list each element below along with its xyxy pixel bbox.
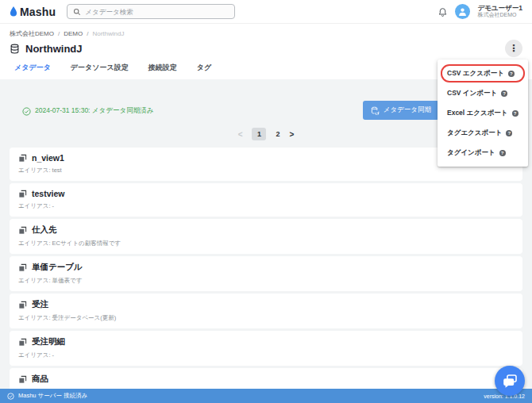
- database-sync-icon: [371, 106, 380, 115]
- breadcrumb: 株式会社DEMO / DEMO / NorthwindJ: [0, 24, 532, 39]
- menu-item-tag-import[interactable]: タグインポート ?: [438, 143, 528, 163]
- table-alias: エイリアス: 単価表です: [18, 277, 514, 285]
- server-status-text: Mashu サーバー 接続済み: [18, 392, 87, 400]
- app-logo-text: Mashu: [20, 6, 56, 18]
- help-icon[interactable]: ?: [506, 130, 512, 136]
- more-options-button[interactable]: ⋮: [505, 40, 522, 57]
- tab-tags[interactable]: タグ: [197, 63, 211, 73]
- metadata-sync-button[interactable]: メタデータ同期: [363, 101, 439, 120]
- user-organization: 株式会社DEMO: [477, 12, 522, 19]
- menu-item-tag-export[interactable]: タグエクスポート ?: [438, 123, 528, 143]
- menu-item-label: タグインポート: [447, 148, 495, 158]
- breadcrumb-separator: /: [58, 30, 60, 37]
- table-icon: [18, 226, 27, 235]
- breadcrumb-item-demo[interactable]: DEMO: [64, 30, 83, 37]
- tab-metadata[interactable]: メタデータ: [14, 63, 51, 73]
- table-icon: [18, 263, 27, 272]
- chat-launcher-button[interactable]: [495, 366, 525, 396]
- table-alias: エイリアス: -: [18, 202, 514, 210]
- more-options-icon: ⋮: [509, 43, 519, 54]
- table-row[interactable]: 受注 エイリアス: 受注データベース(更新): [10, 294, 522, 328]
- menu-item-label: CSV インポート: [447, 89, 497, 98]
- status-bar: Mashu サーバー 接続済み version: 1.1.0.12: [0, 389, 532, 403]
- metadata-sync-button-label: メタデータ同期: [384, 106, 431, 115]
- table-alias: エイリアス: ECサイトの顧客情報です: [18, 240, 514, 248]
- sync-status: 2024-07-31 15:30: メタデータ同期済み: [22, 106, 153, 116]
- header-right: デモユーザー1 株式会社DEMO: [438, 4, 522, 19]
- pagination-page-2[interactable]: 2: [276, 130, 279, 138]
- table-row[interactable]: 単価テーブル エイリアス: 単価表です: [10, 256, 522, 291]
- table-row[interactable]: 仕入先 エイリアス: ECサイトの顧客情報です: [10, 219, 522, 254]
- table-icon: [18, 190, 27, 198]
- check-circle-icon: [22, 107, 31, 116]
- menu-item-csv-export[interactable]: CSV エクスポート ?: [438, 63, 528, 83]
- table-row[interactable]: 受注明細 エイリアス: -: [10, 331, 522, 366]
- help-icon[interactable]: ?: [512, 110, 519, 117]
- table-name: 商品: [32, 374, 48, 385]
- breadcrumb-separator: /: [87, 30, 88, 37]
- page-title-row: NorthwindJ ⋮: [0, 39, 532, 58]
- menu-item-csv-import[interactable]: CSV インポート ?: [438, 83, 528, 103]
- menu-item-excel-export[interactable]: Excel エクスポート ?: [438, 103, 528, 123]
- app-header: Mashu デモユーザー1 株式会社DEMO: [0, 0, 532, 24]
- search-input[interactable]: [85, 8, 229, 16]
- pagination-next-icon[interactable]: >: [290, 130, 295, 139]
- pagination-prev-icon[interactable]: <: [238, 130, 243, 139]
- help-icon[interactable]: ?: [508, 71, 515, 77]
- sync-status-text: 2024-07-31 15:30: メタデータ同期済み: [35, 106, 153, 116]
- help-icon[interactable]: ?: [501, 90, 507, 97]
- pagination-page-1[interactable]: 1: [252, 128, 266, 140]
- menu-item-label: CSV エクスポート: [447, 69, 504, 79]
- breadcrumb-item-company[interactable]: 株式会社DEMO: [10, 29, 54, 38]
- table-icon: [18, 301, 27, 309]
- chat-bubbles-icon: [503, 374, 518, 389]
- table-alias: エイリアス: test: [18, 167, 514, 175]
- database-icon: [10, 44, 20, 54]
- app-logo[interactable]: Mashu: [10, 6, 56, 18]
- menu-item-label: タグエクスポート: [447, 129, 502, 138]
- user-name: デモユーザー1: [477, 4, 522, 13]
- user-avatar[interactable]: [455, 4, 470, 19]
- table-name: 仕入先: [32, 225, 57, 236]
- table-name: 単価テーブル: [32, 262, 83, 273]
- table-alias: エイリアス: 受注データベース(更新): [18, 314, 514, 322]
- table-icon: [18, 154, 27, 163]
- table-list: n_view1 エイリアス: test testview エイリアス: - 仕入…: [10, 148, 522, 389]
- server-status: Mashu サーバー 接続済み: [7, 392, 87, 400]
- table-icon: [18, 375, 27, 384]
- page-title: NorthwindJ: [25, 43, 83, 55]
- table-row[interactable]: 商品: [10, 368, 522, 389]
- notification-bell-icon[interactable]: [438, 6, 448, 17]
- search-icon: [73, 8, 81, 16]
- help-icon[interactable]: ?: [499, 150, 506, 156]
- tab-datasource-settings[interactable]: データソース設定: [71, 63, 129, 73]
- search-box[interactable]: [67, 4, 235, 19]
- check-circle-icon: [7, 393, 14, 400]
- table-name: 受注: [32, 299, 48, 310]
- table-icon: [18, 338, 27, 347]
- table-alias: エイリアス: -: [18, 351, 514, 359]
- export-import-menu: CSV エクスポート ? CSV インポート ? Excel エクスポート ? …: [438, 59, 528, 167]
- menu-item-label: Excel エクスポート: [447, 109, 508, 118]
- water-drop-icon: [10, 6, 17, 17]
- table-name: n_view1: [32, 153, 64, 163]
- breadcrumb-item-current: NorthwindJ: [92, 30, 124, 37]
- table-row[interactable]: testview エイリアス: -: [10, 183, 522, 217]
- table-name: 受注明細: [32, 336, 65, 347]
- table-name: testview: [32, 189, 64, 198]
- tab-connection-settings[interactable]: 接続設定: [148, 63, 177, 73]
- user-info[interactable]: デモユーザー1 株式会社DEMO: [477, 4, 522, 19]
